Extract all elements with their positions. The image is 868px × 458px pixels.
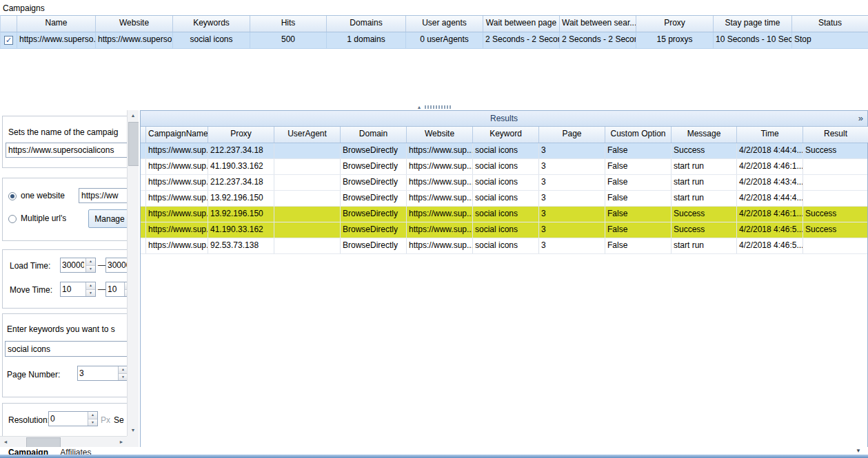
results-cell[interactable]: https://www.sup... <box>407 207 473 222</box>
results-cell[interactable]: start run <box>672 191 737 206</box>
results-cell[interactable]: False <box>605 143 672 158</box>
results-cell[interactable]: https://www.sup... <box>407 175 473 190</box>
results-cell[interactable]: start run <box>672 159 737 174</box>
results-cell[interactable]: https://www.sup... <box>407 222 473 238</box>
spin-up-icon[interactable]: ▲ <box>86 258 95 266</box>
campaign-cell[interactable]: 0 userAgents <box>406 32 483 48</box>
results-cell[interactable]: Success <box>672 207 737 222</box>
keywords-input[interactable] <box>5 341 130 357</box>
results-column-header[interactable]: Message <box>672 127 737 143</box>
results-cell[interactable]: https://www.sup... <box>146 222 208 238</box>
splitter-grip[interactable] <box>425 105 451 109</box>
horizontal-splitter[interactable]: ▲ <box>0 104 868 110</box>
campaigns-column-header[interactable]: Status <box>792 16 868 32</box>
results-row-header-cell[interactable] <box>141 143 146 158</box>
manage-button[interactable]: Manage <box>88 209 131 228</box>
results-cell[interactable]: 41.190.33.162 <box>208 159 274 174</box>
results-cell[interactable] <box>274 191 341 206</box>
results-row-header-cell[interactable] <box>141 191 146 206</box>
results-cell[interactable]: BrowseDirectly <box>341 143 407 158</box>
results-row-header-cell[interactable] <box>141 159 146 174</box>
move-time-max-input[interactable] <box>106 282 124 296</box>
multiple-urls-radio[interactable] <box>8 215 17 223</box>
scroll-down-icon[interactable]: ▼ <box>128 425 139 436</box>
page-number-input[interactable] <box>78 366 118 380</box>
results-cell[interactable]: social icons <box>473 222 539 238</box>
results-cell[interactable]: 3 <box>539 191 605 206</box>
results-cell[interactable]: social icons <box>473 159 539 174</box>
results-column-header[interactable]: CampaignName <box>146 127 208 143</box>
results-cell[interactable]: 4/2/2018 4:46:5... <box>737 238 803 253</box>
results-row-header-cell[interactable] <box>141 207 146 222</box>
results-cell[interactable]: https://www.sup... <box>146 159 208 174</box>
results-cell[interactable]: start run <box>672 238 737 253</box>
campaign-cell[interactable]: 15 proxys <box>636 32 714 48</box>
one-website-radio[interactable] <box>8 192 17 200</box>
campaigns-column-header[interactable]: Hits <box>250 16 327 32</box>
results-cell[interactable]: BrowseDirectly <box>341 191 407 206</box>
tab-dropdown-caret-icon[interactable]: ▼ <box>856 448 861 454</box>
results-row-header-cell[interactable] <box>141 238 146 253</box>
results-cell[interactable]: social icons <box>473 207 539 222</box>
results-row[interactable]: https://www.sup...212.237.34.18BrowseDir… <box>141 175 867 191</box>
scroll-right-icon[interactable]: ► <box>116 437 127 448</box>
results-column-header[interactable]: Keyword <box>473 127 539 143</box>
results-column-header[interactable]: Time <box>737 127 803 143</box>
results-row[interactable]: https://www.sup...41.190.33.162BrowseDir… <box>141 222 867 238</box>
scroll-left-icon[interactable]: ◄ <box>0 437 11 448</box>
campaign-cell[interactable]: 500 <box>250 32 327 48</box>
results-cell[interactable]: social icons <box>473 191 539 206</box>
results-cell[interactable]: Success <box>672 143 737 158</box>
results-cell[interactable]: 92.53.73.138 <box>208 238 274 253</box>
results-cell[interactable] <box>803 191 868 206</box>
results-cell[interactable]: Success <box>672 222 737 238</box>
results-cell[interactable]: 212.237.34.18 <box>208 143 274 158</box>
results-cell[interactable]: social icons <box>473 143 539 158</box>
campaign-row[interactable]: ✓https://www.superso...https://www.super… <box>0 32 868 49</box>
campaign-cell[interactable]: 2 Seconds - 2 Secon... <box>483 32 560 48</box>
campaigns-column-header[interactable]: Name <box>17 16 96 32</box>
splitter-collapse-icon[interactable]: ▲ <box>417 105 422 110</box>
results-cell[interactable]: 212.237.34.18 <box>208 175 274 190</box>
campaign-cell[interactable]: social icons <box>173 32 250 48</box>
results-cell[interactable]: Success <box>803 207 868 222</box>
campaign-cell[interactable]: https://www.superso... <box>17 32 96 48</box>
results-column-header[interactable]: Custom Option <box>605 127 672 143</box>
results-cell[interactable]: 4/2/2018 4:46:1... <box>737 159 803 174</box>
results-cell[interactable]: BrowseDirectly <box>341 222 407 238</box>
campaign-cell[interactable]: Stop <box>792 32 868 48</box>
results-cell[interactable]: 3 <box>539 159 605 174</box>
results-cell[interactable]: 13.92.196.150 <box>208 191 274 206</box>
results-cell[interactable] <box>274 222 341 238</box>
results-cell[interactable]: 3 <box>539 175 605 190</box>
move-time-min-stepper[interactable]: ▲ ▼ <box>60 282 96 297</box>
results-cell[interactable]: 3 <box>539 143 605 158</box>
load-time-min-stepper[interactable]: ▲ ▼ <box>60 258 96 273</box>
results-cell[interactable]: https://www.sup... <box>407 143 473 158</box>
campaigns-column-header[interactable]: Stay page time <box>714 16 792 32</box>
campaign-cell[interactable]: 2 Seconds - 2 Secon... <box>560 32 636 48</box>
results-cell[interactable]: social icons <box>473 238 539 253</box>
results-cell[interactable]: https://www.sup... <box>407 159 473 174</box>
settings-vertical-scrollbar[interactable]: ▲ ▼ <box>127 110 139 436</box>
spin-down-icon[interactable]: ▼ <box>86 290 95 297</box>
results-column-header[interactable]: Website <box>407 127 473 143</box>
campaign-cell[interactable]: 10 Seconds - 10 Sec... <box>714 32 792 48</box>
results-column-header[interactable]: Result <box>803 127 868 143</box>
results-cell[interactable]: BrowseDirectly <box>341 159 407 174</box>
results-cell[interactable]: 3 <box>539 207 605 222</box>
spin-up-icon[interactable]: ▲ <box>86 282 95 290</box>
results-cell[interactable]: 4/2/2018 4:46:5... <box>737 222 803 238</box>
results-row-header-cell[interactable] <box>141 175 146 190</box>
results-cell[interactable]: 4/2/2018 4:44:4... <box>737 143 803 158</box>
results-cell[interactable] <box>803 175 868 190</box>
campaigns-column-header[interactable]: Keywords <box>173 16 250 32</box>
campaigns-column-header[interactable]: Wait between page <box>483 16 560 32</box>
results-cell[interactable]: 13.92.196.150 <box>208 207 274 222</box>
results-cell[interactable]: Success <box>803 222 868 238</box>
results-cell[interactable]: BrowseDirectly <box>341 175 407 190</box>
results-cell[interactable] <box>274 207 341 222</box>
settings-horizontal-scrollbar[interactable]: ◄ ► <box>0 436 127 448</box>
results-cell[interactable] <box>274 175 341 190</box>
vertical-scroll-thumb[interactable] <box>128 122 139 166</box>
